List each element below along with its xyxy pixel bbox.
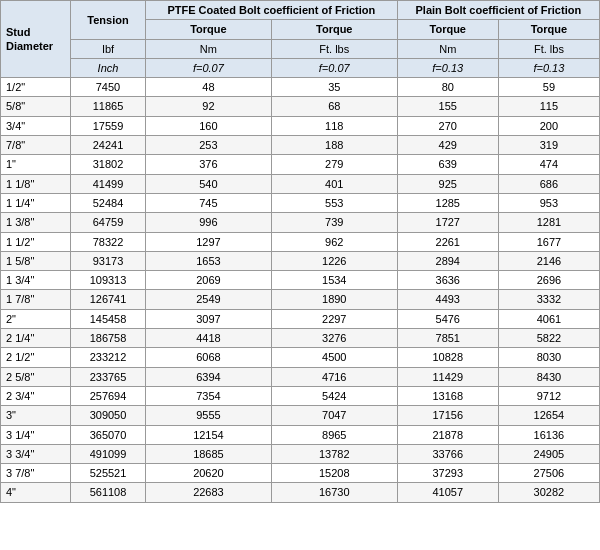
plain-nm-cell: 925 [397, 174, 498, 193]
inch-label: Inch [71, 58, 146, 77]
table-row: 2 3/4"25769473545424131689712 [1, 386, 600, 405]
ptfe-ftlbs-cell: 1534 [271, 271, 397, 290]
size-cell: 1 1/8" [1, 174, 71, 193]
tension-cell: 126741 [71, 290, 146, 309]
table-row: 3"309050955570471715612654 [1, 406, 600, 425]
plain-nm-cell: 270 [397, 116, 498, 135]
plain-nm-cell: 155 [397, 97, 498, 116]
plain-nm-cell: 7851 [397, 329, 498, 348]
plain-f013-2: f=0.13 [498, 58, 599, 77]
table-row: 1 5/8"931731653122628942146 [1, 251, 600, 270]
size-cell: 1 3/8" [1, 213, 71, 232]
tension-cell: 31802 [71, 155, 146, 174]
ptfe-ftlbs-cell: 5424 [271, 386, 397, 405]
ptfe-ftlbs-cell: 8965 [271, 425, 397, 444]
plain-ftlbs-cell: 319 [498, 136, 599, 155]
plain-ftlbs-cell: 9712 [498, 386, 599, 405]
plain-ftlbs-cell: 30282 [498, 483, 599, 502]
table-row: 1 7/8"1267412549189044933332 [1, 290, 600, 309]
size-cell: 3 3/4" [1, 444, 71, 463]
size-cell: 7/8" [1, 136, 71, 155]
plain-ftlbs-cell: 4061 [498, 309, 599, 328]
table-row: 7/8"24241253188429319 [1, 136, 600, 155]
ptfe-ftlbs-cell: 1226 [271, 251, 397, 270]
tension-cell: 525521 [71, 464, 146, 483]
size-cell: 1 3/4" [1, 271, 71, 290]
ptfe-ftlbs-cell: 188 [271, 136, 397, 155]
plain-ftlbs-label: Ft. lbs [498, 39, 599, 58]
ptfe-ftlbs-cell: 739 [271, 213, 397, 232]
table-row: 1 3/4"1093132069153436362696 [1, 271, 600, 290]
plain-nm-cell: 1285 [397, 193, 498, 212]
ptfe-group-header: PTFE Coated Bolt coefficient of Friction [146, 1, 398, 20]
plain-f013-1: f=0.13 [397, 58, 498, 77]
size-cell: 2 3/4" [1, 386, 71, 405]
plain-nm-cell: 10828 [397, 348, 498, 367]
table-row: 2"1454583097229754764061 [1, 309, 600, 328]
size-cell: 3" [1, 406, 71, 425]
ptfe-nm-cell: 745 [146, 193, 272, 212]
plain-ftlbs-cell: 2696 [498, 271, 599, 290]
plain-ftlbs-cell: 8030 [498, 348, 599, 367]
ptfe-nm-cell: 48 [146, 78, 272, 97]
ptfe-ftlbs-cell: 279 [271, 155, 397, 174]
table-body: 1/2"7450483580595/8"1186592681551153/4"1… [1, 78, 600, 503]
plain-nm-cell: 33766 [397, 444, 498, 463]
table-row: 1 1/8"41499540401925686 [1, 174, 600, 193]
ptfe-ftlbs-cell: 68 [271, 97, 397, 116]
table-row: 3 3/4"49109918685137823376624905 [1, 444, 600, 463]
plain-nm-cell: 1727 [397, 213, 498, 232]
plain-nm-cell: 4493 [397, 290, 498, 309]
ptfe-ftlbs-cell: 401 [271, 174, 397, 193]
tension-header: Tension [71, 1, 146, 40]
tension-cell: 78322 [71, 232, 146, 251]
ptfe-nm-cell: 160 [146, 116, 272, 135]
tension-cell: 109313 [71, 271, 146, 290]
ptfe-nm-cell: 3097 [146, 309, 272, 328]
size-cell: 3 7/8" [1, 464, 71, 483]
plain-nm-cell: 3636 [397, 271, 498, 290]
ptfe-f007-2: f=0.07 [271, 58, 397, 77]
table-row: 5/8"118659268155115 [1, 97, 600, 116]
ptfe-ftlbs-cell: 15208 [271, 464, 397, 483]
plain-ftlbs-cell: 1281 [498, 213, 599, 232]
size-cell: 3 1/4" [1, 425, 71, 444]
ptfe-nm-cell: 20620 [146, 464, 272, 483]
tension-ibf: Ibf [71, 39, 146, 58]
ptfe-nm-cell: 376 [146, 155, 272, 174]
tension-cell: 7450 [71, 78, 146, 97]
table-row: 3/4"17559160118270200 [1, 116, 600, 135]
plain-ftlbs-cell: 59 [498, 78, 599, 97]
plain-ftlbs-cell: 24905 [498, 444, 599, 463]
plain-nm-label: Nm [397, 39, 498, 58]
plain-torque-label: Torque [397, 20, 498, 39]
ptfe-nm-cell: 4418 [146, 329, 272, 348]
plain-nm-cell: 17156 [397, 406, 498, 425]
plain-nm-cell: 21878 [397, 425, 498, 444]
ptfe-nm-cell: 9555 [146, 406, 272, 425]
tension-cell: 41499 [71, 174, 146, 193]
bolt-torque-table: Stud Diameter Tension PTFE Coated Bolt c… [0, 0, 600, 503]
tension-cell: 11865 [71, 97, 146, 116]
plain-ftlbs-cell: 1677 [498, 232, 599, 251]
size-cell: 1 1/2" [1, 232, 71, 251]
size-cell: 3/4" [1, 116, 71, 135]
table-row: 1 3/8"6475999673917271281 [1, 213, 600, 232]
ptfe-ftlbs-cell: 16730 [271, 483, 397, 502]
header-row-1: Stud Diameter Tension PTFE Coated Bolt c… [1, 1, 600, 20]
ptfe-nm-cell: 253 [146, 136, 272, 155]
size-cell: 1 7/8" [1, 290, 71, 309]
plain-nm-cell: 11429 [397, 367, 498, 386]
ptfe-f007-1: f=0.07 [146, 58, 272, 77]
tension-cell: 24241 [71, 136, 146, 155]
plain-ftlbs-cell: 953 [498, 193, 599, 212]
tension-cell: 186758 [71, 329, 146, 348]
plain-ftlbs-cell: 200 [498, 116, 599, 135]
plain-ftlbs-cell: 3332 [498, 290, 599, 309]
table-row: 2 1/2"23321260684500108288030 [1, 348, 600, 367]
ptfe-nm-cell: 540 [146, 174, 272, 193]
tension-cell: 365070 [71, 425, 146, 444]
ptfe-nm-cell: 92 [146, 97, 272, 116]
ptfe-ftlbs-cell: 4500 [271, 348, 397, 367]
plain-ftlbs-cell: 686 [498, 174, 599, 193]
